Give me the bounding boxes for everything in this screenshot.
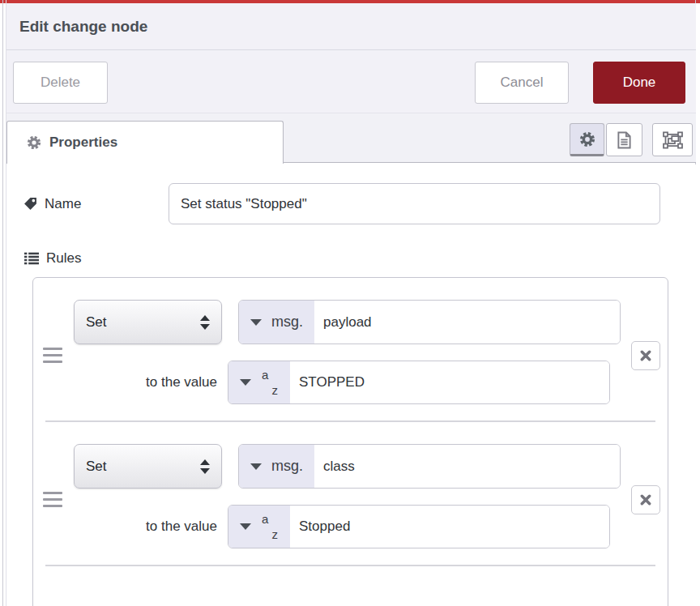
- chevron-down-icon: [240, 379, 251, 386]
- rule-action-value: Set: [86, 459, 200, 475]
- tray-left-border: [2, 0, 3, 606]
- property-type-label: msg.: [271, 314, 303, 331]
- delete-button[interactable]: Delete: [13, 62, 108, 104]
- string-type-icon: a z: [261, 369, 279, 396]
- rule-value-input[interactable]: [290, 361, 609, 403]
- remove-rule-button[interactable]: [631, 485, 660, 514]
- rule-value-typed-input: a z: [228, 361, 610, 404]
- tag-icon: [23, 197, 37, 211]
- properties-panel: Name Rules: [6, 164, 696, 606]
- properties-tab-button[interactable]: [570, 123, 604, 156]
- rules-label: Rules: [46, 250, 81, 267]
- name-input[interactable]: [169, 183, 660, 224]
- tab-properties-label: Properties: [49, 134, 117, 151]
- chevron-down-icon: [250, 463, 262, 470]
- drag-handle-icon[interactable]: [43, 492, 62, 511]
- chevron-down-icon: [250, 319, 262, 326]
- gear-icon: [579, 131, 595, 147]
- rules-section-label: Rules: [6, 250, 696, 267]
- rule-property-input[interactable]: [314, 445, 620, 488]
- name-field-row: Name: [6, 183, 696, 224]
- string-type-icon: a z: [261, 513, 279, 540]
- document-icon: [617, 131, 632, 149]
- rule-property-typed-input: msg.: [238, 300, 621, 344]
- done-button[interactable]: Done: [593, 62, 685, 104]
- description-tab-button[interactable]: [606, 123, 642, 156]
- value-type-button[interactable]: a z: [228, 506, 290, 548]
- value-type-button[interactable]: a z: [228, 361, 290, 403]
- rule-property-input[interactable]: [314, 301, 620, 344]
- close-icon: [640, 494, 651, 506]
- to-the-value-label: to the value: [74, 519, 228, 535]
- property-type-button[interactable]: msg.: [239, 445, 314, 488]
- rules-list: Set msg. to the value: [32, 277, 668, 606]
- dialog-header: Edit change node: [6, 3, 696, 50]
- rule-property-typed-input: msg.: [238, 444, 621, 489]
- dialog-title: Edit change node: [19, 18, 147, 36]
- to-the-value-label: to the value: [74, 374, 228, 390]
- gear-icon: [27, 135, 41, 150]
- cancel-button[interactable]: Cancel: [475, 62, 569, 104]
- name-label: Name: [45, 196, 81, 212]
- rule-action-select[interactable]: Set: [74, 300, 222, 344]
- chevron-down-icon: [240, 523, 251, 530]
- property-type-button[interactable]: msg.: [239, 301, 314, 344]
- appearance-icon: [663, 131, 683, 149]
- rule-value-typed-input: a z: [228, 505, 610, 548]
- appearance-tab-button[interactable]: [652, 123, 693, 156]
- tab-properties[interactable]: Properties: [6, 121, 284, 164]
- property-type-label: msg.: [271, 458, 303, 475]
- dialog-toolbar: Delete Cancel Done: [6, 50, 696, 113]
- name-field-label: Name: [6, 196, 169, 212]
- rule-value-input[interactable]: [290, 506, 609, 548]
- select-arrows-icon: [200, 459, 210, 474]
- rule-action-value: Set: [86, 314, 200, 331]
- rule-item: Set msg. to the value: [33, 278, 668, 420]
- select-arrows-icon: [200, 315, 210, 330]
- remove-rule-button[interactable]: [631, 341, 660, 370]
- rule-action-select[interactable]: Set: [74, 444, 222, 489]
- drag-handle-icon[interactable]: [43, 348, 62, 367]
- rule-divider: [45, 565, 655, 566]
- list-icon: [24, 252, 39, 265]
- rule-item: Set msg. to the value: [33, 422, 668, 565]
- close-icon: [640, 350, 651, 361]
- edit-change-node-dialog: Edit change node Delete Cancel Done Prop…: [0, 0, 700, 606]
- editor-tab-bar: Properties: [6, 113, 696, 163]
